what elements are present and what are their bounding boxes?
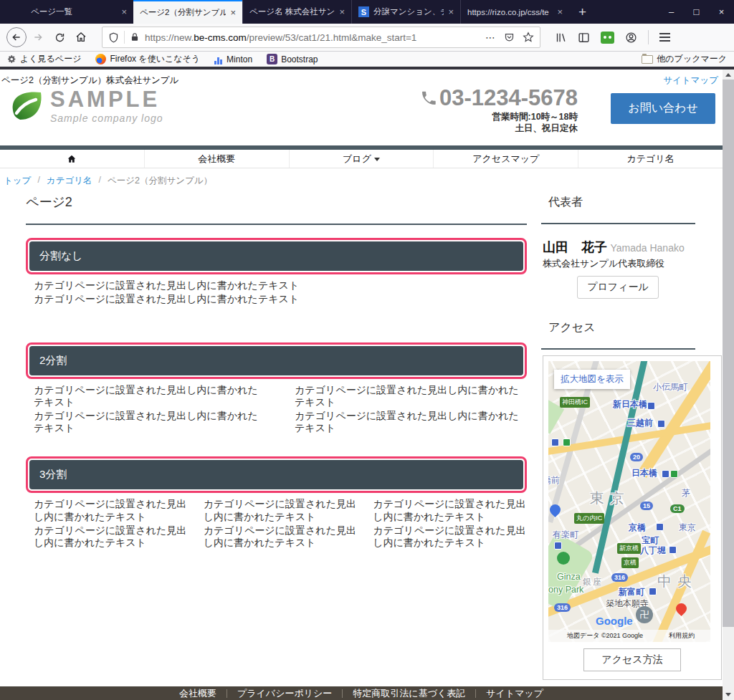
tab-page2-active[interactable]: ページ2（分割サンプル） × (133, 0, 242, 24)
nav-blog[interactable]: ブログ (289, 150, 434, 168)
nav-label: アクセスマップ (472, 153, 539, 166)
library-icon[interactable] (555, 32, 567, 44)
back-arrow-icon (11, 32, 22, 43)
business-hours: 営業時間:10時～18時 (420, 111, 578, 123)
bookmark-minton[interactable]: Minton (214, 54, 252, 64)
tab-rizo-url[interactable]: https://rizo.co.jp/css/te × (460, 0, 569, 24)
temple-pin-icon: 卍 (636, 606, 653, 623)
breadcrumb: トップ / カテゴリ名 / ページ2（分割サンプル） (4, 175, 212, 187)
leaf-logo-icon (9, 88, 44, 124)
url-bar[interactable]: https://new.be-cms.com/preview/53/cat1/2… (102, 27, 540, 48)
account-icon[interactable] (625, 32, 637, 44)
footer-link-privacy[interactable]: プライバシーポリシー (227, 687, 342, 700)
nav-label: ブログ (343, 153, 371, 166)
jr-station-icon (670, 470, 678, 478)
nav-home[interactable] (0, 150, 144, 168)
tab-page-list[interactable]: ページ一覧 × (24, 0, 133, 24)
vertical-scrollbar[interactable] (723, 69, 734, 700)
footer-link-sitemap[interactable]: サイトマップ (476, 687, 553, 700)
menu-icon[interactable] (659, 31, 670, 44)
map-expand-link[interactable]: 拡大地図を表示 (554, 370, 630, 389)
nav-access-map[interactable]: アクセスマップ (433, 150, 578, 168)
reload-button[interactable] (49, 27, 70, 48)
footer-link-company[interactable]: 会社概要 (169, 687, 227, 700)
map-label: 20 (630, 453, 643, 461)
extension-dots (604, 36, 606, 39)
tracking-shield-icon[interactable] (108, 32, 119, 43)
close-button[interactable]: × (709, 0, 734, 24)
access-directions-button[interactable]: アクセス方法 (583, 648, 681, 671)
nav-category[interactable]: カテゴリ名 (578, 150, 723, 168)
map-label: 316 (611, 573, 628, 582)
tab-page-name[interactable]: ページ名 株式会社サンプ × (242, 0, 351, 24)
minimize-button[interactable]: – (659, 0, 684, 24)
new-tab-button[interactable]: + (569, 0, 596, 24)
forward-button[interactable] (27, 27, 49, 48)
tab-title: ページ名 株式会社サンプ (249, 6, 335, 17)
tab-close-icon[interactable]: × (339, 7, 345, 16)
google-logo[interactable]: Google (596, 615, 633, 627)
section-heading-highlight[interactable]: 分割なし (26, 238, 527, 274)
tab-close-icon[interactable]: × (448, 7, 454, 16)
map-terms-link[interactable]: 利用規約 (669, 631, 695, 641)
other-bookmarks[interactable]: 他のブックマーク (642, 53, 727, 65)
url-text[interactable]: https://new.be-cms.com/preview/53/cat1/2… (145, 32, 480, 43)
tab-close-icon[interactable]: × (230, 8, 236, 17)
extension-icon[interactable] (601, 32, 614, 44)
tab-close-icon[interactable]: × (121, 7, 127, 16)
pocket-icon[interactable] (504, 32, 515, 43)
map-label: 東京 (679, 522, 696, 534)
back-button[interactable] (6, 27, 27, 48)
tab-title: https://rizo.co.jp/css/te (467, 8, 553, 16)
section-text: カテゴリページに設置された見出し内に書かれたテキスト (373, 498, 527, 522)
map-label: 15 (640, 502, 653, 510)
nav-company[interactable]: 会社概要 (144, 150, 289, 168)
phone-icon (420, 90, 437, 107)
park-pin-icon (557, 552, 570, 565)
profile-button[interactable]: プロフィール (577, 276, 659, 299)
sidebar-toggle-icon[interactable] (578, 32, 590, 44)
firefox-icon (95, 54, 106, 64)
google-map[interactable]: 拡大地図を表示 小伝馬町 神田橋IC 新日本橋 三越前 20 日本橋 東京 15… (548, 361, 710, 642)
map-label: 新日本橋 (613, 398, 647, 411)
bookmark-label: Bootstrap (281, 54, 318, 64)
page-actions-icon[interactable]: ⋯ (485, 32, 496, 43)
tab-close-icon[interactable]: × (557, 7, 563, 16)
bookmark-firefox[interactable]: Firefox を使いこなそう (95, 53, 200, 65)
bookmark-star-icon[interactable] (523, 32, 534, 43)
section-text: カテゴリページに設置された見出し内に書かれたテキスト (34, 524, 188, 549)
tab-mansion[interactable]: S 分譲マンション、チラ × (351, 0, 460, 24)
breadcrumb-category-link[interactable]: カテゴリ名 (47, 175, 92, 187)
reload-icon (54, 32, 65, 43)
map-label: 有楽町 (553, 529, 578, 541)
metro-icon (554, 542, 562, 550)
home-button[interactable] (70, 27, 92, 48)
maximize-button[interactable]: □ (684, 0, 709, 24)
section-heading-highlight[interactable]: 2分割 (26, 342, 527, 379)
breadcrumb-top-link[interactable]: トップ (4, 175, 31, 187)
tab-bar: ページ一覧 × ページ2（分割サンプル） × ページ名 株式会社サンプ × S … (0, 0, 734, 24)
url-prefix: https:// (145, 32, 174, 43)
map-label: 京橋 (621, 557, 639, 568)
scroll-down-arrow[interactable] (723, 690, 734, 700)
url-actions: ⋯ (485, 32, 534, 43)
scrollbar-thumb[interactable] (723, 80, 734, 627)
bookmark-bootstrap[interactable]: B Bootstrap (267, 54, 318, 64)
section-no-split: 分割なし カテゴリページに設置された見出し内に書かれたテキスト カテゴリページに… (26, 238, 527, 305)
section-two-split: 2分割 カテゴリページに設置された見出し内に書かれたテキスト カテゴリページに設… (26, 342, 527, 436)
footer-link-legal[interactable]: 特定商取引法に基づく表記 (343, 687, 475, 700)
contact-button[interactable]: お問い合わせ (611, 93, 715, 124)
company-logo[interactable]: SAMPLE Sample company logo (9, 88, 163, 124)
sitemap-top-link[interactable]: サイトマップ (663, 75, 718, 87)
column-1: カテゴリページに設置された見出し内に書かれたテキスト カテゴリページに設置された… (34, 498, 188, 550)
metro-icon (551, 438, 559, 446)
scroll-up-arrow[interactable] (723, 69, 734, 80)
gear-icon (7, 54, 16, 64)
bookmark-frequent[interactable]: よく見るページ (7, 53, 81, 65)
section-heading-highlight[interactable]: 3分割 (26, 456, 527, 493)
jr-station-icon (563, 438, 571, 446)
section-heading: 3分割 (29, 460, 523, 489)
lock-icon[interactable] (130, 32, 140, 42)
metro-icon (649, 588, 657, 595)
page-title: ページ2 (26, 193, 527, 225)
